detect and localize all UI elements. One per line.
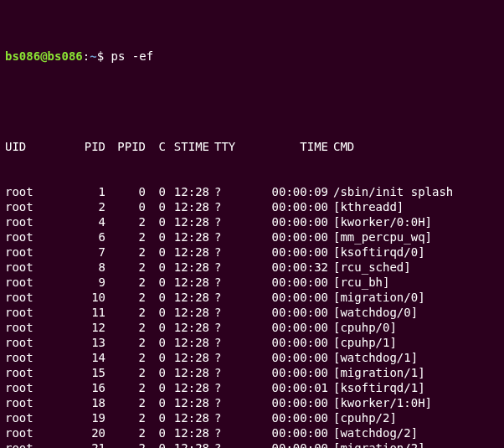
cell-ppid: 0: [105, 199, 146, 214]
cell-stime: 12:28: [166, 199, 209, 214]
prompt-colon: :: [83, 49, 90, 63]
cell-uid: root: [5, 410, 59, 425]
cell-c: 0: [146, 245, 166, 260]
cell-stime: 12:28: [166, 335, 209, 350]
cell-ppid: 2: [105, 260, 146, 275]
cell-uid: root: [5, 350, 59, 365]
cell-uid: root: [5, 335, 59, 350]
cell-pid: 1: [59, 184, 105, 199]
cell-stime: 12:28: [166, 365, 209, 380]
table-row: root72012:28?00:00:00[ksoftirqd/0]: [5, 245, 499, 260]
cell-tty: ?: [209, 184, 248, 199]
cell-ppid: 0: [105, 184, 146, 199]
cell-uid: root: [5, 214, 59, 229]
cell-cmd: [rcu_sched]: [328, 260, 499, 275]
cell-stime: 12:28: [166, 350, 209, 365]
cell-pid: 4: [59, 214, 105, 229]
cell-time: 00:00:09: [248, 184, 328, 199]
cell-c: 0: [146, 184, 166, 199]
cell-c: 0: [146, 365, 166, 380]
cell-pid: 16: [59, 380, 105, 395]
cell-ppid: 2: [105, 245, 146, 260]
cell-pid: 14: [59, 350, 105, 365]
col-header-tty: TTY: [209, 139, 248, 154]
cell-tty: ?: [209, 410, 248, 425]
cell-stime: 12:28: [166, 184, 209, 199]
cell-uid: root: [5, 229, 59, 245]
cell-pid: 9: [59, 275, 105, 290]
cell-time: 00:00:00: [248, 305, 328, 320]
cell-ppid: 2: [105, 320, 146, 335]
table-row: root152012:28?00:00:00[migration/1]: [5, 365, 499, 380]
cell-pid: 11: [59, 305, 105, 320]
table-row: root202012:28?00:00:00[watchdog/2]: [5, 425, 499, 440]
cell-ppid: 2: [105, 305, 146, 320]
cell-stime: 12:28: [166, 425, 209, 440]
cell-c: 0: [146, 380, 166, 395]
cell-c: 0: [146, 335, 166, 350]
cell-cmd: [kworker/0:0H]: [328, 214, 499, 229]
table-row: root92012:28?00:00:00[rcu_bh]: [5, 275, 499, 290]
cell-c: 0: [146, 199, 166, 214]
cell-time: 00:00:00: [248, 425, 328, 440]
cell-ppid: 2: [105, 229, 146, 245]
cell-cmd: [watchdog/0]: [328, 305, 499, 320]
table-header-row: UID PID PPID C STIME TTY TIME CMD: [5, 139, 499, 154]
cell-pid: 15: [59, 365, 105, 380]
col-header-time: TIME: [248, 139, 328, 154]
cell-stime: 12:28: [166, 320, 209, 335]
terminal-window[interactable]: bs086@bs086:~$ ps -ef UID PID PPID C STI…: [0, 0, 504, 448]
cell-tty: ?: [209, 275, 248, 290]
col-header-uid: UID: [5, 139, 59, 154]
cell-stime: 12:28: [166, 229, 209, 245]
table-row: root62012:28?00:00:00[mm_percpu_wq]: [5, 229, 499, 245]
cell-tty: ?: [209, 199, 248, 214]
table-row: root182012:28?00:00:00[kworker/1:0H]: [5, 395, 499, 410]
cell-tty: ?: [209, 395, 248, 410]
table-row: root212012:28?00:00:00[migration/2]: [5, 440, 499, 448]
cell-stime: 12:28: [166, 380, 209, 395]
cell-uid: root: [5, 290, 59, 305]
cell-c: 0: [146, 275, 166, 290]
prompt-at: @: [40, 49, 47, 63]
cell-ppid: 2: [105, 410, 146, 425]
cell-stime: 12:28: [166, 245, 209, 260]
cell-tty: ?: [209, 290, 248, 305]
cell-uid: root: [5, 260, 59, 275]
cell-time: 00:00:00: [248, 410, 328, 425]
cell-stime: 12:28: [166, 275, 209, 290]
col-header-ppid: PPID: [105, 139, 146, 154]
process-table: UID PID PPID C STIME TTY TIME CMD root10…: [5, 109, 499, 448]
cell-stime: 12:28: [166, 440, 209, 448]
cell-tty: ?: [209, 245, 248, 260]
cell-c: 0: [146, 290, 166, 305]
cell-tty: ?: [209, 260, 248, 275]
col-header-cmd: CMD: [328, 139, 499, 154]
table-row: root112012:28?00:00:00[watchdog/0]: [5, 305, 499, 320]
cell-time: 00:00:00: [248, 440, 328, 448]
cell-cmd: [ksoftirqd/0]: [328, 245, 499, 260]
cell-cmd: [watchdog/2]: [328, 425, 499, 440]
cell-c: 0: [146, 395, 166, 410]
cell-time: 00:00:32: [248, 260, 328, 275]
cell-pid: 2: [59, 199, 105, 214]
cell-ppid: 2: [105, 380, 146, 395]
cell-c: 0: [146, 425, 166, 440]
cell-cmd: [migration/1]: [328, 365, 499, 380]
table-row: root20012:28?00:00:00[kthreadd]: [5, 199, 499, 214]
cell-tty: ?: [209, 425, 248, 440]
cell-uid: root: [5, 380, 59, 395]
cell-tty: ?: [209, 305, 248, 320]
cell-uid: root: [5, 425, 59, 440]
table-row: root82012:28?00:00:32[rcu_sched]: [5, 260, 499, 275]
cell-c: 0: [146, 440, 166, 448]
cell-cmd: [mm_percpu_wq]: [328, 229, 499, 245]
cell-uid: root: [5, 305, 59, 320]
cell-c: 0: [146, 229, 166, 245]
cell-time: 00:00:00: [248, 275, 328, 290]
cell-time: 00:00:00: [248, 395, 328, 410]
cell-ppid: 2: [105, 395, 146, 410]
cell-pid: 21: [59, 440, 105, 448]
cell-ppid: 2: [105, 214, 146, 229]
cell-c: 0: [146, 305, 166, 320]
